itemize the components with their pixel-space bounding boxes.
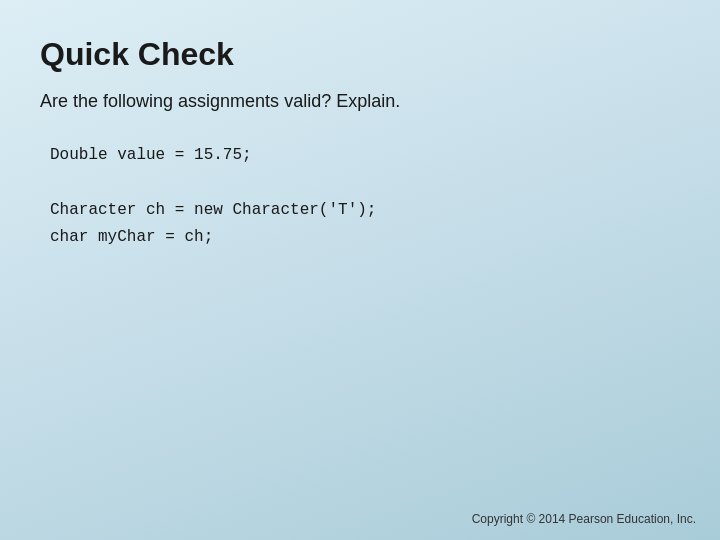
slide-title: Quick Check (40, 36, 680, 73)
slide-subtitle: Are the following assignments valid? Exp… (40, 91, 680, 112)
code-block-1: Double value = 15.75; (40, 142, 680, 169)
copyright-text: Copyright © 2014 Pearson Education, Inc. (472, 512, 696, 526)
code-line-1: Double value = 15.75; (50, 146, 252, 164)
code-line-3: char myChar = ch; (50, 224, 680, 251)
code-block-2: Character ch = new Character('T'); char … (40, 197, 680, 251)
code-line-2: Character ch = new Character('T'); (50, 197, 680, 224)
slide-container: Quick Check Are the following assignment… (0, 0, 720, 540)
